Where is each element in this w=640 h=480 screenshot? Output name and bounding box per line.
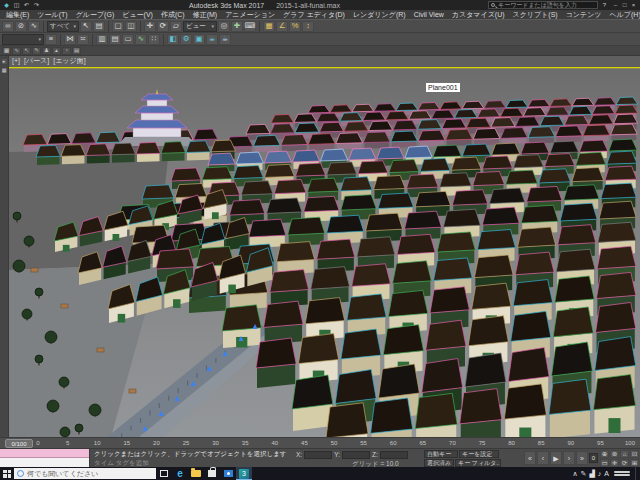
select-and-scale-button[interactable]: ▱ (170, 21, 182, 32)
zoom-all-button[interactable]: ⊛ (610, 450, 619, 458)
taskbar-clock[interactable] (614, 471, 630, 476)
subbar-extra-a-button[interactable]: ◔ (62, 47, 71, 55)
undo-button[interactable]: ↶ (22, 1, 31, 10)
tray-network-icon[interactable]: ▟ (589, 470, 594, 477)
reference-coordinate-dropdown[interactable]: ビュー▾ (183, 21, 217, 32)
coord-z-input[interactable] (380, 451, 408, 459)
select-by-name-button[interactable]: ▤ (93, 21, 105, 32)
show-desktop-button[interactable] (635, 467, 639, 480)
curve-editor-button[interactable]: ∿ (135, 34, 147, 45)
ribbon-freeform-tab-button[interactable]: ∿ (12, 47, 21, 55)
selection-region-button[interactable]: ▢ (112, 21, 124, 32)
keyboard-shortcut-override-button[interactable]: ⌨ (244, 21, 256, 32)
viewport-label-view[interactable]: [パース] (24, 57, 49, 64)
time-slider[interactable]: 0/100 0510152025303540455055606570758085… (0, 437, 640, 448)
menu-item-2[interactable]: グループ(G) (72, 10, 119, 19)
task-view-taskbar-button[interactable] (156, 467, 172, 480)
coord-y-input[interactable] (342, 451, 370, 459)
maximize-viewport-button[interactable]: ⊞ (630, 459, 639, 467)
viewport-layout-tabs-button[interactable]: ▦ (1, 67, 8, 74)
selection-filter-dropdown[interactable]: すべて▾ (47, 21, 79, 32)
tray-ime-icon[interactable]: A (604, 470, 609, 477)
zoom-extents-all-button[interactable]: ⊡ (630, 450, 639, 458)
unlink-selection-button[interactable]: ⊘ (15, 21, 27, 32)
zoom-button[interactable]: ⊕ (600, 450, 609, 458)
bind-to-space-warp-button[interactable]: ∿ (28, 21, 40, 32)
go-to-end-button[interactable]: » (576, 451, 588, 465)
ribbon-object-paint-tab-button[interactable]: ✎ (32, 47, 41, 55)
windows-store-taskbar-button[interactable] (204, 467, 220, 480)
rendered-frame-window-button[interactable]: ▣ (193, 34, 205, 45)
menu-item-0[interactable]: 編集(E) (2, 10, 33, 19)
microsoft-edge-taskbar-button[interactable]: e (172, 467, 188, 480)
maxscript-mini-listener[interactable] (0, 449, 90, 468)
subbar-extra-b-button[interactable]: ▤ (72, 47, 81, 55)
key-filters-button[interactable]: キー フィルタ... (455, 459, 501, 467)
viewport-tabs-arrow-button[interactable]: ▸ (1, 58, 8, 65)
mini-listener-script-row[interactable] (0, 458, 89, 467)
auto-key-button[interactable]: 自動キー (424, 450, 458, 458)
toggle-ribbon-button[interactable]: ▭ (122, 34, 134, 45)
photos-taskbar-button[interactable] (220, 467, 236, 480)
use-pivot-center-button[interactable]: ◎ (218, 21, 230, 32)
window-crossing-button[interactable]: ◫ (125, 21, 137, 32)
edit-named-selection-sets-button[interactable]: ≡ (45, 34, 57, 45)
select-and-move-button[interactable]: ✛ (144, 21, 156, 32)
tray-pen-icon[interactable]: ✎ (581, 470, 587, 477)
menu-item-11[interactable]: スクリプト(S) (509, 10, 562, 19)
render-iterative-button[interactable]: ☕ (219, 34, 231, 45)
3ds-max-taskbar-button[interactable]: 3 (236, 467, 252, 480)
set-key-button[interactable]: キーを設定 (459, 450, 499, 458)
minimize-button[interactable]: – (611, 1, 620, 10)
named-selection-set-dropdown[interactable]: ▾ (2, 34, 44, 45)
ribbon-populate-tab-button[interactable]: ♟ (42, 47, 51, 55)
coord-x-input[interactable] (304, 451, 332, 459)
schematic-view-button[interactable]: ∷ (148, 34, 160, 45)
go-to-start-button[interactable]: « (524, 451, 536, 465)
start-button[interactable] (0, 467, 14, 480)
menu-item-8[interactable]: レンダリング(R) (349, 10, 410, 19)
file-explorer-taskbar-button[interactable] (188, 467, 204, 480)
mini-listener-macro-row[interactable] (0, 449, 89, 458)
render-production-button[interactable]: ☕ (206, 34, 218, 45)
maximize-button[interactable]: □ (620, 1, 629, 10)
zoom-region-button[interactable]: ▭ (600, 459, 609, 467)
perspective-viewport[interactable]: [+] [パース] [エッジ面] Plane001 (9, 56, 640, 437)
selection-set-button[interactable]: 選択済み (424, 459, 454, 467)
select-and-manipulate-button[interactable]: ✚ (231, 21, 243, 32)
viewport-label-plus[interactable]: [+] (12, 57, 20, 64)
viewport-label-shading[interactable]: [エッジ面] (53, 57, 85, 64)
pan-view-button[interactable]: ✛ (610, 459, 619, 467)
tray-chevron-icon[interactable]: ∧ (572, 470, 577, 477)
menu-item-10[interactable]: カスタマイズ(U) (448, 10, 509, 19)
help-icon[interactable]: ? (600, 1, 609, 10)
menu-item-12[interactable]: コンテンツ (562, 10, 606, 19)
select-and-link-button[interactable]: ∞ (2, 21, 14, 32)
select-and-rotate-button[interactable]: ⟳ (157, 21, 169, 32)
toggle-layer-explorer-button[interactable]: ▤ (109, 34, 121, 45)
menu-item-1[interactable]: ツール(T) (33, 10, 71, 19)
close-button[interactable]: × (629, 1, 638, 10)
save-button[interactable]: ◫ (12, 1, 21, 10)
zoom-extents-button[interactable]: ⌂ (620, 450, 629, 458)
menu-item-5[interactable]: 修正(M) (189, 10, 222, 19)
taskbar-search-input[interactable]: 何でも聞いてください (14, 468, 156, 479)
add-time-tag[interactable]: タイム タグを追加 (94, 460, 294, 467)
snap-toggle-3d-button[interactable]: ▦ (263, 21, 275, 32)
next-frame-button[interactable]: › (563, 451, 575, 465)
render-setup-button[interactable]: ⚙ (180, 34, 192, 45)
ribbon-minimize-button[interactable]: ▴ (52, 47, 61, 55)
orbit-button[interactable]: ⟳ (620, 459, 629, 467)
menu-item-7[interactable]: グラフ エディタ(D) (279, 10, 349, 19)
previous-frame-button[interactable]: ‹ (537, 451, 549, 465)
menu-item-6[interactable]: アニメーション (221, 10, 279, 19)
align-button[interactable]: ≍ (77, 34, 89, 45)
tray-volume-icon[interactable]: ♪ (598, 470, 602, 477)
ribbon-selection-tab-button[interactable]: ↖ (22, 47, 31, 55)
angle-snap-button[interactable]: ∠ (276, 21, 288, 32)
menu-item-9[interactable]: Civil View (410, 10, 448, 19)
ribbon-modeling-tab-button[interactable]: ▦ (2, 47, 11, 55)
viewport-label[interactable]: [+] [パース] [エッジ面] (12, 57, 86, 64)
menu-item-13[interactable]: ヘルプ(H) (606, 10, 640, 19)
redo-button[interactable]: ↷ (32, 1, 41, 10)
